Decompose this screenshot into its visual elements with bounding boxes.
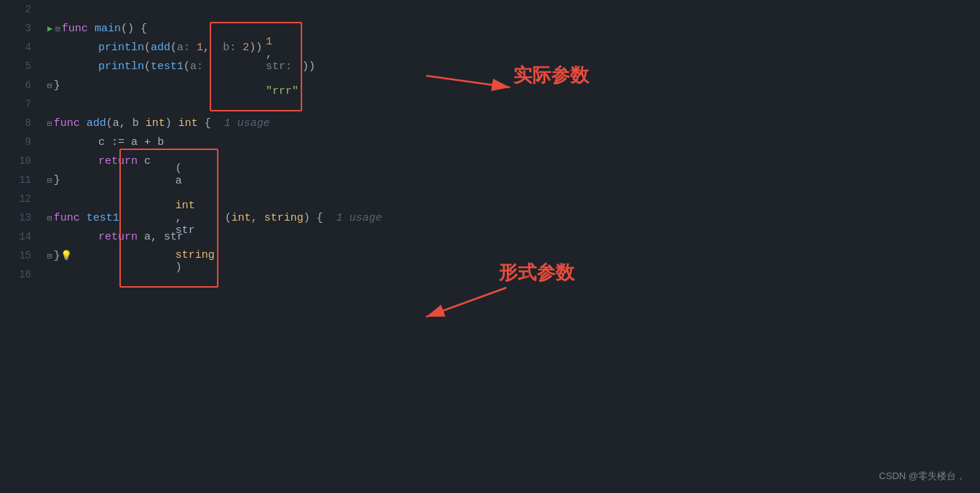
ln-16: 16 (0, 265, 40, 284)
param-a-label: a: (177, 42, 190, 54)
add-return-type: int (178, 117, 198, 130)
ln-14: 14 (0, 227, 40, 246)
func-name-add: add (87, 117, 106, 130)
code-line-13: ⊟ func test1 ( a int , str string ) ( in… (47, 208, 980, 227)
ln-7: 7 (0, 95, 40, 114)
code-line-4: println ( add ( a: 1 , b: 2 )) (47, 38, 980, 57)
ln-2: 2 (0, 0, 40, 19)
ln-11: 11 (0, 170, 40, 189)
keyword-func-3: func (62, 23, 88, 35)
ln-15: 15 (0, 246, 40, 265)
bulb-icon[interactable]: 💡 (60, 250, 72, 261)
ln-12: 12 (0, 189, 40, 208)
return-keyword-14: return (98, 231, 138, 243)
add-param-type: int (146, 117, 165, 130)
brace-11: } (54, 174, 60, 186)
fold-icon-15[interactable]: ⊟ (47, 251, 52, 261)
ln-8: 8 (0, 114, 40, 133)
code-line-8: ⊟ func add ( a, b int ) int { 1 usage (47, 114, 980, 133)
keyword-func-13: func (54, 212, 80, 224)
param-a-val: 1 (197, 42, 203, 54)
fold-icon-8[interactable]: ⊟ (47, 119, 52, 128)
ln-4: 4 (0, 38, 40, 57)
add-params: a, b (113, 117, 139, 130)
ln-3: 3 (0, 19, 40, 38)
code-line-7 (47, 95, 980, 114)
add-usage: 1 usage (224, 117, 270, 130)
svg-line-3 (426, 288, 506, 317)
ln-9: 9 (0, 133, 40, 151)
fold-icon-13[interactable]: ⊟ (47, 213, 52, 223)
println-4: println (98, 42, 144, 54)
test1-usage: 1 usage (336, 212, 382, 224)
func-name-test1: test1 (87, 212, 119, 224)
fold-icon-6[interactable]: ⊟ (47, 81, 52, 90)
brace-15: } (54, 250, 60, 262)
annotation-actual-params: 实际参数 (513, 63, 589, 88)
param-a-label-5: a: (190, 60, 210, 73)
ln-10: 10 (0, 151, 40, 170)
paren-3: () { (121, 23, 147, 35)
code-line-14: return a , str (47, 227, 980, 246)
ln-13: 13 (0, 208, 40, 227)
param-str-label: str: (266, 60, 292, 73)
line-numbers: 2 3 4 5 6 7 8 9 10 11 12 13 14 15 16 (0, 0, 40, 493)
ln-6: 6 (0, 76, 40, 95)
code-editor: 2 3 4 5 6 7 8 9 10 11 12 13 14 15 16 ▶ ⊟… (0, 0, 980, 493)
code-line-3: ▶ ⊟ func main () { (47, 19, 980, 38)
println-5: println (98, 60, 144, 73)
fold-icon-3[interactable]: ⊟ (55, 24, 60, 33)
code-line-2 (47, 0, 980, 19)
fold-icon-11[interactable]: ⊟ (47, 175, 52, 185)
brace-6: } (54, 79, 60, 92)
test1-call: test1 (151, 60, 183, 73)
func-name-main: main (95, 23, 121, 35)
run-button[interactable]: ▶ (47, 23, 52, 34)
watermark: CSDN @零失楼台， (879, 470, 965, 483)
annotation-formal-params: 形式参数 (499, 260, 574, 285)
code-content: ▶ ⊟ func main () { println ( add ( a: 1 … (40, 0, 980, 493)
keyword-func-8: func (54, 117, 80, 130)
ln-5: 5 (0, 57, 40, 76)
add-call: add (151, 42, 170, 54)
actual-param-1: 1 (266, 36, 272, 48)
